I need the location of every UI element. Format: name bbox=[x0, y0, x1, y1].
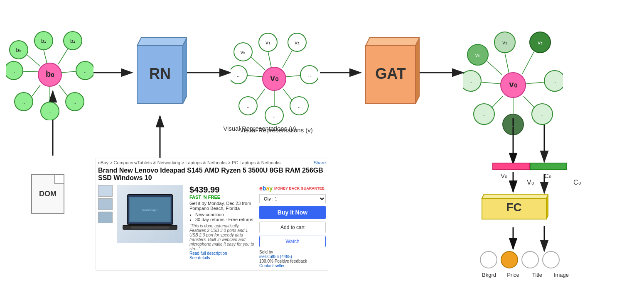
fc-box: FC bbox=[480, 192, 548, 225]
qty-selector[interactable]: Qty : 1 bbox=[259, 194, 326, 203]
seller-link[interactable]: isellstuff86 (4485) bbox=[259, 254, 292, 259]
svg-text:..: .. bbox=[512, 122, 515, 128]
add-to-cart-button[interactable]: Add to cart bbox=[259, 222, 326, 233]
svg-line-83 bbox=[522, 52, 534, 74]
label-price: Price bbox=[501, 272, 525, 278]
svg-text:..: .. bbox=[553, 78, 556, 84]
svg-marker-105 bbox=[482, 194, 548, 198]
gat-box: GAT bbox=[361, 29, 420, 112]
ebay-guarantee: ebay MONEY BACK GUARANTEE bbox=[259, 185, 326, 192]
svg-line-38 bbox=[23, 71, 38, 72]
svg-text:..: .. bbox=[12, 68, 15, 74]
svg-line-26 bbox=[61, 71, 76, 73]
ebay-logo: ebay bbox=[259, 185, 273, 192]
dom-label: DOM bbox=[39, 190, 57, 198]
svg-text:bₖ: bₖ bbox=[16, 47, 21, 53]
output-nodes-row bbox=[480, 251, 560, 268]
watch-button[interactable]: Watch bbox=[259, 236, 326, 247]
svg-text:v₀: v₀ bbox=[270, 73, 278, 83]
output-node-price bbox=[501, 251, 518, 268]
svg-text:FC: FC bbox=[506, 201, 521, 214]
svg-line-68 bbox=[247, 76, 263, 77]
svg-text:..: .. bbox=[469, 78, 472, 84]
svg-rect-113 bbox=[131, 227, 169, 229]
svg-line-23 bbox=[58, 49, 68, 64]
svg-text:b₂: b₂ bbox=[70, 38, 75, 44]
dom-box: DOM bbox=[31, 174, 64, 214]
share-link[interactable]: Share bbox=[314, 160, 326, 165]
thumb-2[interactable] bbox=[98, 198, 113, 210]
product-actions: ebay MONEY BACK GUARANTEE Qty : 1 Buy It… bbox=[259, 185, 326, 268]
svg-line-80 bbox=[505, 53, 509, 73]
b-graph: b₀ bₖ b₁ b₂ .. .. .. .. .. bbox=[6, 25, 93, 120]
svg-line-65 bbox=[256, 89, 265, 100]
svg-text:..: .. bbox=[298, 103, 301, 109]
svg-text:..: .. bbox=[237, 72, 240, 78]
v0-label: V₀ bbox=[501, 172, 507, 180]
label-bkgrd: Bkgrd bbox=[477, 272, 501, 278]
thumb-3[interactable] bbox=[98, 212, 113, 223]
svg-text:..: .. bbox=[273, 113, 276, 119]
svg-line-20 bbox=[44, 50, 47, 63]
product-details: $439.99 FAST 'N FREE Get it by Monday, D… bbox=[189, 185, 255, 268]
svg-text:b₁: b₁ bbox=[41, 38, 46, 44]
svg-line-95 bbox=[492, 96, 503, 108]
label-image: Image bbox=[549, 272, 573, 278]
concat-c0 bbox=[530, 163, 567, 170]
read-full-link[interactable]: Read full description bbox=[189, 251, 255, 256]
svg-text:V₀: V₀ bbox=[527, 179, 534, 186]
ebay-section: eBay > Computers/Tablets & Networking > … bbox=[96, 158, 328, 271]
concat-bar bbox=[492, 163, 567, 170]
svg-text:v₂: v₂ bbox=[538, 39, 543, 46]
svg-text:..: .. bbox=[541, 112, 544, 117]
svg-line-89 bbox=[524, 96, 535, 108]
rn-box: RN bbox=[133, 29, 187, 112]
breadcrumb: eBay > Computers/Tablets & Networking > … bbox=[98, 160, 326, 165]
svg-line-47 bbox=[251, 57, 265, 70]
condition-new: New condition bbox=[195, 212, 255, 217]
svg-text:landscape: landscape bbox=[143, 208, 158, 212]
main-product-image: landscape bbox=[117, 185, 183, 243]
svg-line-29 bbox=[59, 85, 68, 96]
thumb-1[interactable] bbox=[98, 185, 113, 197]
svg-text:..: .. bbox=[22, 99, 25, 105]
svg-text:C₀: C₀ bbox=[573, 179, 581, 186]
description-text: "This is done automatically. Features 2 … bbox=[189, 224, 255, 251]
svg-text:vₖ: vₖ bbox=[475, 52, 481, 58]
svg-marker-70 bbox=[366, 37, 420, 46]
svg-line-86 bbox=[526, 82, 544, 84]
sold-by-info: Sold by isellstuff86 (4485) 100.0% Posit… bbox=[259, 250, 326, 268]
svg-text:..: .. bbox=[308, 72, 311, 78]
contact-seller-link[interactable]: Contact seller bbox=[259, 263, 285, 268]
concat-v0 bbox=[492, 163, 530, 170]
svg-text:..: .. bbox=[84, 68, 87, 74]
product-title: Brand New Lenovo Ideapad S145 AMD Ryzen … bbox=[98, 167, 326, 182]
price: $439.99 bbox=[189, 185, 255, 195]
buy-now-button[interactable]: Buy It Now bbox=[259, 206, 326, 219]
gat-output-graph: v₀ vₖ v₁ v₂ .. .. .. .. .. bbox=[463, 25, 563, 149]
svg-line-98 bbox=[481, 82, 501, 84]
delivery-info: Get it by Monday, Dec 23 from Pompano Be… bbox=[189, 201, 255, 211]
svg-line-17 bbox=[27, 55, 40, 66]
output-node-image bbox=[542, 251, 560, 268]
shipping-label: FAST 'N FREE bbox=[189, 195, 255, 200]
svg-text:v₁: v₁ bbox=[265, 39, 270, 46]
svg-marker-106 bbox=[546, 194, 548, 219]
product-thumbnails bbox=[98, 185, 113, 268]
svg-text:..: .. bbox=[483, 112, 486, 117]
output-node-bkgrd bbox=[480, 251, 497, 268]
output-labels-row: Bkgrd Price Title Image bbox=[477, 272, 573, 278]
svg-marker-40 bbox=[137, 37, 187, 46]
svg-text:RN: RN bbox=[149, 65, 171, 82]
svg-text:v₀: v₀ bbox=[509, 80, 517, 89]
svg-point-96 bbox=[463, 71, 481, 91]
svg-text:GAT: GAT bbox=[375, 65, 406, 82]
visual-rep-label: Visual Representations (v) bbox=[231, 127, 322, 134]
svg-line-50 bbox=[268, 51, 271, 68]
c0-label: C₀ bbox=[544, 172, 551, 180]
svg-text:vₖ: vₖ bbox=[241, 49, 246, 55]
see-details-link[interactable]: See details bbox=[189, 256, 255, 260]
svg-line-53 bbox=[283, 51, 292, 68]
svg-text:b₀: b₀ bbox=[46, 69, 54, 78]
svg-text:..: .. bbox=[49, 109, 52, 115]
